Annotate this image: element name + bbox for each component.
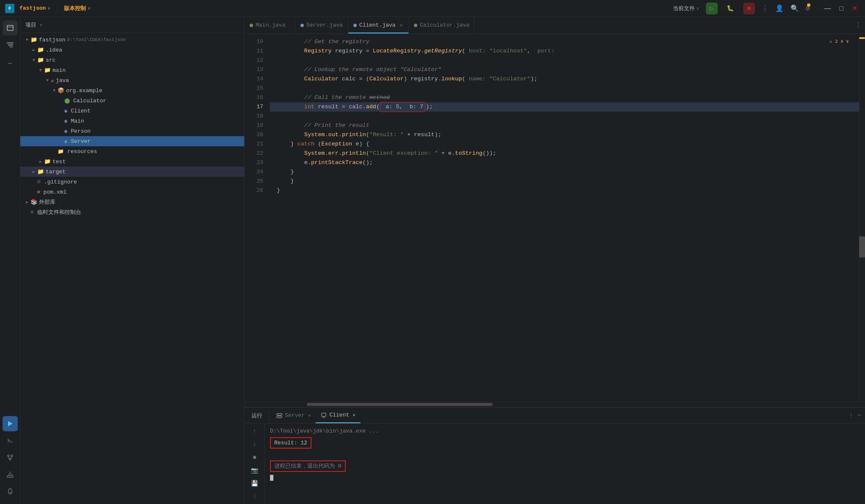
h-scrollbar[interactable]	[245, 402, 865, 407]
tab-main-java[interactable]: Main.java	[245, 17, 295, 33]
screenshot-btn[interactable]: 📷	[249, 465, 261, 476]
build-btn[interactable]	[3, 467, 18, 482]
more-tools-btn[interactable]: ⋯	[3, 56, 18, 71]
more-actions[interactable]: ⋮	[762, 4, 769, 13]
tree-item-org-example[interactable]: ▼ 📦 org.example	[20, 85, 244, 96]
tree-item-external-libs[interactable]: ▶ 📚 外部库	[20, 197, 244, 207]
code-line-13: // Lookup the remote object "Calculator"	[270, 65, 859, 74]
tree-item-test[interactable]: ▶ 📁 test	[20, 156, 244, 167]
bottom-tab-server[interactable]: Server ✕	[271, 408, 316, 423]
code-line-22: System . err . println ( "Client excepti…	[270, 149, 859, 158]
console-more-btn[interactable]: ⋮	[249, 491, 261, 502]
tab-label: Calculator.java	[420, 22, 469, 28]
tree-item-gitignore[interactable]: ⊘ .gitignore	[20, 177, 244, 187]
tab-dot	[300, 24, 304, 27]
scroll-up-btn[interactable]: ↑	[249, 425, 261, 437]
tree-item-scratch[interactable]: ≡ 临时文件和控制台	[20, 207, 244, 217]
project-menu[interactable]: fastjson ∨	[19, 5, 50, 11]
folder-icon: 📁	[30, 36, 37, 43]
tree-item-fastjson[interactable]: ▼ 📁 fastjson D:\Tool\IDEA\fastjson	[20, 35, 244, 45]
terminal-btn[interactable]	[3, 433, 18, 448]
code-line-15	[270, 84, 859, 93]
resources-icon: 📁	[58, 148, 64, 155]
svg-rect-16	[322, 413, 326, 416]
console-result-line: Result: 12	[270, 436, 860, 450]
run-btn[interactable]: ▷	[706, 3, 718, 14]
maximize-btn[interactable]: □	[837, 3, 846, 13]
exit-box: 进程已结束，退出代码为 0	[270, 460, 346, 472]
tab-calculator-java[interactable]: Calculator.java	[409, 17, 475, 33]
tab-actions[interactable]: ⋮	[851, 17, 865, 33]
code-content[interactable]: // Get the registry ⚠ 2 ∧ ∨ Registry reg…	[270, 34, 859, 402]
close-btn[interactable]: ✕	[849, 3, 860, 13]
run-console-btn[interactable]	[3, 416, 18, 431]
tree-item-client[interactable]: ◉ Client	[20, 106, 244, 116]
client-tab-close[interactable]: ✕	[353, 412, 355, 418]
tab-close-btn[interactable]: ✕	[399, 22, 404, 29]
tab-client-java[interactable]: Client.java ✕	[348, 17, 409, 33]
code-editor[interactable]: 10 11 12 13 14 15 16 17 18 19 20 21 22 2…	[245, 34, 865, 402]
tree-item-src[interactable]: ▼ 📁 src	[20, 55, 244, 65]
gitignore-icon: ⊘	[37, 178, 41, 185]
svg-marker-5	[8, 421, 13, 426]
line-num-10: 10	[245, 37, 267, 47]
debug-btn[interactable]: 🐛	[725, 3, 736, 14]
line-num-16: 16	[245, 93, 267, 102]
structure-view-btn[interactable]	[3, 37, 18, 52]
bottom-spacer	[361, 408, 846, 423]
save-output-btn[interactable]: 💾	[249, 478, 261, 489]
expand-arrow[interactable]: ▶	[30, 170, 37, 174]
expand-arrow[interactable]: ▼	[37, 68, 44, 73]
tree-item-java[interactable]: ▼ ☕ java	[20, 75, 244, 85]
scroll-down-btn[interactable]: ↓	[249, 438, 261, 450]
code-line-25: }	[270, 177, 859, 186]
tree-item-idea[interactable]: ▶ 📁 .idea	[20, 45, 244, 55]
more-icon[interactable]: ⋮	[848, 412, 854, 419]
project-view-btn[interactable]	[3, 20, 18, 36]
code-line-17: int result = calc. add ( a: 5, b: 7 );	[270, 102, 859, 112]
console-empty-line	[270, 450, 860, 459]
stop-console-btn[interactable]: ■	[249, 452, 261, 463]
tree-label: test	[52, 159, 66, 165]
minimize-btn[interactable]: —	[821, 3, 833, 13]
bottom-tab-client[interactable]: Client ✕	[316, 408, 360, 423]
line-num-14: 14	[245, 74, 267, 84]
tree-item-pomxml[interactable]: m pom.xml	[20, 187, 244, 197]
client-tab-icon	[321, 412, 327, 418]
h-scroll-thumb[interactable]	[307, 403, 493, 406]
expand-arrow[interactable]: ▼	[44, 78, 51, 83]
tree-item-main[interactable]: ▼ 📁 main	[20, 65, 244, 75]
expand-arrow[interactable]: ▼	[24, 38, 30, 42]
stop-btn[interactable]: ■	[743, 3, 755, 14]
line-num-25: 25	[245, 177, 267, 186]
console-output[interactable]: D:\Tool\java\jdk\bin\java.exe ... Result…	[265, 424, 865, 504]
expand-arrow[interactable]: ▼	[51, 88, 58, 93]
expand-arrow[interactable]: ▶	[24, 200, 30, 205]
tree-item-person[interactable]: ◉ Person	[20, 126, 244, 136]
server-tab-close[interactable]: ✕	[308, 413, 311, 418]
tree-item-calculator[interactable]: ⬤ Calculator	[20, 96, 244, 106]
settings-btn[interactable]: ⚙	[806, 4, 810, 13]
editor-scrollbar[interactable]	[859, 34, 865, 402]
svg-point-7	[8, 455, 9, 457]
tree-item-target[interactable]: ▶ 📁 target	[20, 167, 244, 177]
vcs-menu[interactable]: 版本控制 ∨	[64, 5, 90, 12]
project-name[interactable]: fastjson	[19, 5, 46, 11]
tree-item-resources[interactable]: 📁 resources	[20, 146, 244, 156]
close-panel-btn[interactable]: −	[857, 412, 862, 419]
expand-arrow[interactable]: ▶	[30, 48, 37, 52]
search-btn[interactable]: 🔍	[791, 4, 799, 13]
expand-arrow[interactable]: ▶	[37, 159, 44, 164]
tree-item-server[interactable]: ◉ Server	[20, 136, 244, 146]
tab-server-java[interactable]: Server.java	[295, 17, 348, 33]
git-btn[interactable]	[3, 450, 18, 465]
expand-arrow[interactable]: ▼	[30, 58, 37, 63]
tree-item-main-class[interactable]: ◉ Main	[20, 116, 244, 126]
project-panel: 项目 ∨ ▼ 📁 fastjson D:\Tool\IDEA\fastjson …	[20, 17, 245, 504]
notifications-btn[interactable]	[3, 484, 18, 499]
current-file-btn[interactable]: 当前文件 ∨	[673, 5, 699, 12]
line-num-11: 11	[245, 47, 267, 56]
vcs-label[interactable]: 版本控制	[64, 5, 86, 12]
profile-btn[interactable]: 👤	[775, 4, 784, 13]
window-controls: — □ ✕	[821, 3, 860, 13]
